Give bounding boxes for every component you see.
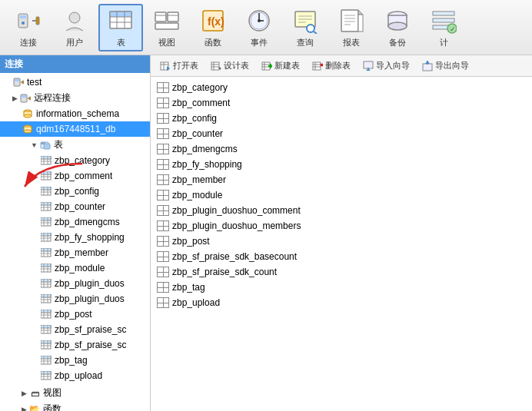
sidebar-item-infoschema[interactable]: information_schema	[0, 106, 150, 121]
sidebar-item-remote[interactable]: ▶ 远程连接	[0, 90, 150, 106]
open-table-btn[interactable]: 打开表	[155, 58, 203, 73]
action-bar: 打开表 设计表	[151, 55, 532, 77]
sidebar-table-item[interactable]: zbp_counter	[0, 199, 150, 214]
sidebar-item-views-section[interactable]: ▶ 🗃 视图	[0, 385, 150, 401]
sidebar-table-item[interactable]: zbp_upload	[0, 368, 150, 383]
content-table-row[interactable]: zbp_config	[151, 111, 532, 126]
sidebar-tables-label: 表	[54, 138, 63, 151]
svg-rect-10	[155, 12, 166, 22]
sidebar-table-label: zbp_upload	[55, 370, 102, 381]
content-table-row[interactable]: zbp_module	[151, 187, 532, 203]
sidebar-table-item[interactable]: zbp_dmengcms	[0, 214, 150, 230]
sidebar-table-item[interactable]: zbp_tag	[0, 353, 150, 368]
content-table-row[interactable]: zbp_sf_praise_sdk_basecount	[151, 249, 532, 264]
table-row-name: zbp_comment	[172, 98, 230, 108]
table-item-icon	[40, 308, 52, 320]
sidebar-table-item[interactable]: zbp_config	[0, 184, 150, 199]
content-table-list: zbp_category zbp_comment zbp_config zbp_…	[151, 77, 532, 411]
new-table-label: 新建表	[274, 60, 300, 71]
svg-rect-39	[433, 18, 454, 22]
sidebar-item-test[interactable]: test	[0, 75, 150, 90]
tool-table[interactable]: 表	[98, 4, 143, 51]
sidebar-item-funcs-section[interactable]: ▶ 📂 函数	[0, 401, 150, 411]
content-table-row[interactable]: zbp_sf_praise_sdk_count	[151, 264, 532, 280]
tool-user[interactable]: 用户	[52, 4, 97, 51]
svg-point-56	[24, 130, 32, 133]
svg-rect-81	[41, 217, 51, 220]
content-table-row[interactable]: zbp_plugin_duoshuo_members	[151, 218, 532, 234]
sidebar-table-item[interactable]: zbp_post	[0, 307, 150, 322]
tool-function-label: 函数	[204, 37, 221, 48]
table-item-icon	[40, 262, 52, 274]
sidebar-table-item[interactable]: zbp_sf_praise_sc	[0, 322, 150, 337]
table-item-icon	[40, 185, 52, 197]
content-table-row[interactable]: zbp_dmengcms	[151, 141, 532, 157]
content-table-row[interactable]: zbp_plugin_duoshuo_comment	[151, 203, 532, 218]
content-table-row[interactable]: zbp_tag	[151, 280, 532, 295]
import-wizard-btn[interactable]: 导入向导	[358, 58, 414, 73]
table-item-icon	[40, 170, 52, 182]
tool-event[interactable]: 事件	[237, 4, 281, 51]
tool-event-label: 事件	[251, 37, 268, 48]
content-table-row[interactable]: zbp_comment	[151, 95, 532, 111]
tool-query[interactable]: 查询	[283, 4, 328, 51]
tool-backup[interactable]: 备份	[375, 4, 420, 51]
sidebar-views-label: 视图	[43, 386, 62, 399]
svg-text:✓: ✓	[450, 25, 456, 33]
export-icon	[422, 61, 433, 71]
sidebar-tables-list: zbp_category zbp_comment zbp_config	[0, 153, 150, 383]
tool-function[interactable]: f(x) 函数	[191, 4, 235, 51]
content-table-row[interactable]: zbp_member	[151, 172, 532, 187]
svg-rect-61	[41, 156, 51, 159]
sidebar-table-item[interactable]: zbp_category	[0, 153, 150, 168]
sidebar-table-item[interactable]: zbp_comment	[0, 168, 150, 184]
table-item-icon	[40, 154, 52, 167]
sidebar-table-item[interactable]: zbp_module	[0, 260, 150, 276]
new-table-btn[interactable]: 新建表	[257, 58, 304, 73]
content-table-row[interactable]: zbp_counter	[151, 126, 532, 141]
table-row-name: zbp_plugin_duoshuo_comment	[172, 205, 301, 216]
design-table-btn[interactable]: 设计表	[206, 58, 254, 73]
sidebar-tree: test ▶ 远程连接	[0, 73, 150, 411]
tool-report[interactable]: 报表	[329, 4, 374, 51]
sidebar-table-item[interactable]: zbp_plugin_duos	[0, 291, 150, 307]
tool-connect[interactable]: 连接	[6, 4, 51, 51]
table-row-icon	[157, 113, 169, 124]
content-table-row[interactable]: zbp_category	[151, 80, 532, 95]
connection-icon	[12, 76, 25, 88]
sidebar-table-item[interactable]: zbp_plugin_duos	[0, 276, 150, 291]
table-item-icon	[40, 354, 52, 366]
table-row-icon	[157, 205, 169, 216]
sidebar-table-item[interactable]: zbp_member	[0, 245, 150, 260]
table-row-name: zbp_member	[172, 174, 226, 185]
tool-view[interactable]: 视图	[145, 4, 189, 51]
tool-more-label: 计	[440, 37, 448, 48]
export-wizard-label: 导出向导	[435, 60, 469, 71]
sidebar-table-label: zbp_sf_praise_sc	[55, 340, 126, 350]
sidebar-table-item[interactable]: zbp_sf_praise_sc	[0, 337, 150, 353]
svg-rect-139	[211, 62, 219, 70]
delete-table-btn[interactable]: 删除表	[308, 58, 355, 73]
svg-rect-6	[110, 12, 131, 17]
sidebar-header: 连接	[0, 55, 150, 73]
table-row-name: zbp_tag	[172, 282, 205, 293]
svg-rect-101	[41, 279, 51, 282]
content-table-row[interactable]: zbp_upload	[151, 295, 532, 310]
user-icon	[61, 7, 88, 35]
db-icon	[22, 108, 34, 120]
content-table-row[interactable]: zbp_post	[151, 234, 532, 249]
export-wizard-btn[interactable]: 导出向导	[417, 58, 474, 73]
sidebar-item-tables-folder[interactable]: ▼ 表	[0, 137, 150, 153]
sidebar-title: 连接	[5, 58, 23, 69]
svg-point-26	[307, 25, 314, 32]
table-row-icon	[157, 236, 169, 247]
sidebar-table-item[interactable]: zbp_fy_shopping	[0, 230, 150, 245]
tool-backup-label: 备份	[389, 37, 406, 48]
table-row-icon	[157, 220, 169, 231]
table-row-name: zbp_counter	[172, 128, 223, 139]
sidebar-item-qdmdb[interactable]: qdm167448511_db	[0, 121, 150, 137]
sidebar-table-label: zbp_fy_shopping	[55, 232, 125, 243]
content-table-row[interactable]: zbp_fy_shopping	[151, 157, 532, 172]
tool-more[interactable]: ✓ 计	[421, 4, 466, 51]
table-item-icon	[40, 323, 52, 336]
